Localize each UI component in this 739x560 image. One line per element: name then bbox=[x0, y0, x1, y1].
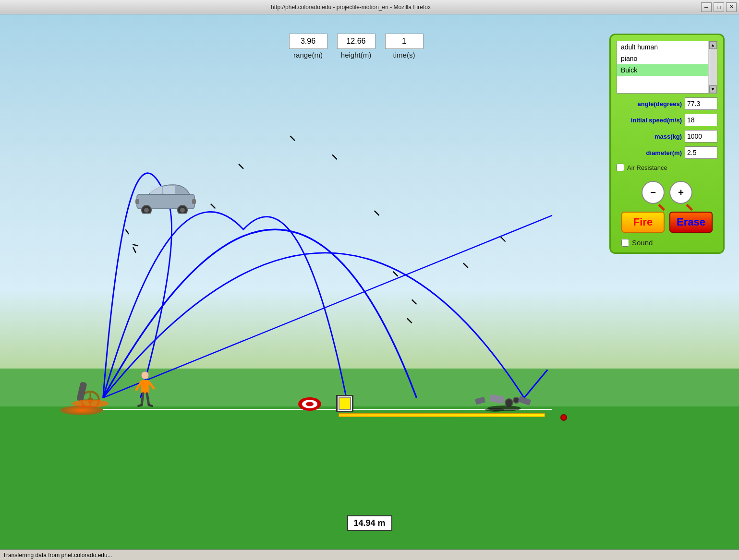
projectile-item-adult-human[interactable]: adult human bbox=[617, 41, 717, 53]
air-resistance-row: Air Resistance bbox=[617, 164, 717, 171]
browser-chrome: http://phet.colorado.edu - projectile-mo… bbox=[0, 0, 739, 14]
height-stat: height(m) bbox=[337, 34, 376, 59]
stats-panel: range(m) height(m) time(s) bbox=[289, 34, 424, 59]
projectile-item-piano[interactable]: piano bbox=[617, 53, 717, 64]
mass-row: mass(kg) bbox=[617, 130, 717, 143]
svg-rect-42 bbox=[489, 394, 505, 404]
zoom-in-button[interactable]: + bbox=[669, 181, 692, 204]
cannon-splash bbox=[60, 405, 103, 415]
scroll-down-button[interactable]: ▼ bbox=[709, 85, 717, 93]
range-label: range(m) bbox=[293, 51, 323, 59]
diameter-label: diameter(m) bbox=[646, 149, 682, 156]
range-input[interactable] bbox=[289, 34, 327, 49]
svg-rect-29 bbox=[192, 199, 196, 204]
zoom-in-handle bbox=[686, 204, 693, 211]
fire-button[interactable]: Fire bbox=[621, 212, 665, 233]
close-button[interactable]: ✕ bbox=[726, 2, 737, 12]
scroll-up-button[interactable]: ▲ bbox=[709, 41, 717, 49]
yellow-inner bbox=[339, 397, 351, 410]
projectile-list[interactable]: adult human piano Buick ▲ ▼ bbox=[617, 41, 717, 94]
angle-label: angle(degrees) bbox=[638, 100, 682, 107]
erase-button[interactable]: Erase bbox=[669, 212, 713, 233]
crash-debris bbox=[471, 388, 538, 412]
yellow-marker bbox=[336, 395, 353, 412]
time-stat: time(s) bbox=[385, 34, 424, 59]
status-bar: Transferring data from phet.colorado.edu… bbox=[0, 549, 739, 560]
svg-rect-28 bbox=[135, 199, 139, 204]
speed-input[interactable] bbox=[685, 114, 717, 126]
distance-label: 14.94 m bbox=[347, 515, 392, 531]
mass-input[interactable] bbox=[685, 130, 717, 143]
svg-line-32 bbox=[136, 382, 141, 390]
svg-line-37 bbox=[149, 405, 152, 406]
speed-label: initial speed(m/s) bbox=[631, 117, 682, 124]
svg-point-43 bbox=[505, 399, 513, 406]
bullseye bbox=[298, 397, 322, 411]
diameter-row: diameter(m) bbox=[617, 146, 717, 159]
time-input[interactable] bbox=[385, 34, 424, 49]
status-text: Transferring data from phet.colorado.edu… bbox=[3, 552, 112, 559]
speed-row: initial speed(m/s) bbox=[617, 114, 717, 126]
zoom-out-icon: − bbox=[650, 187, 656, 198]
time-label: time(s) bbox=[393, 51, 415, 59]
svg-line-33 bbox=[149, 382, 154, 388]
air-resistance-checkbox[interactable] bbox=[617, 164, 624, 171]
cannon bbox=[71, 369, 109, 407]
svg-line-34 bbox=[142, 393, 143, 405]
scroll-track[interactable] bbox=[710, 49, 716, 85]
measure-tape bbox=[339, 413, 545, 417]
height-label: height(m) bbox=[341, 51, 371, 59]
sound-row: Sound bbox=[617, 238, 717, 247]
zoom-row: − + bbox=[617, 181, 717, 204]
control-panel: adult human piano Buick ▲ ▼ angle(degree… bbox=[609, 34, 725, 254]
simulation-container: range(m) height(m) time(s) bbox=[0, 14, 739, 560]
svg-point-40 bbox=[306, 402, 314, 406]
minimize-button[interactable]: ─ bbox=[701, 2, 712, 12]
diameter-input[interactable] bbox=[685, 146, 717, 159]
svg-point-25 bbox=[144, 208, 149, 213]
list-scrollbar[interactable]: ▲ ▼ bbox=[708, 41, 717, 93]
zoom-out-handle bbox=[658, 204, 665, 211]
sound-label: Sound bbox=[632, 238, 653, 247]
zoom-out-button[interactable]: − bbox=[642, 181, 665, 204]
projectile-item-buick[interactable]: Buick bbox=[617, 64, 717, 76]
angle-input[interactable] bbox=[685, 97, 717, 110]
ground bbox=[0, 406, 739, 560]
range-stat: range(m) bbox=[289, 34, 327, 59]
measure-end bbox=[560, 414, 567, 421]
svg-rect-22 bbox=[150, 186, 162, 194]
svg-point-27 bbox=[180, 208, 185, 213]
angle-row: angle(degrees) bbox=[617, 97, 717, 110]
mass-label: mass(kg) bbox=[654, 133, 682, 140]
sound-checkbox[interactable] bbox=[621, 239, 629, 247]
svg-rect-41 bbox=[475, 397, 485, 405]
svg-point-30 bbox=[141, 371, 149, 379]
action-row: Fire Erase bbox=[617, 212, 717, 233]
car-projectile bbox=[134, 182, 197, 214]
zoom-in-icon: + bbox=[678, 187, 684, 198]
air-resistance-label: Air Resistance bbox=[627, 164, 667, 171]
svg-rect-23 bbox=[163, 186, 175, 194]
distance-value: 14.94 m bbox=[353, 518, 385, 528]
svg-point-47 bbox=[485, 408, 504, 412]
height-input[interactable] bbox=[337, 34, 376, 49]
human-figure bbox=[134, 371, 156, 412]
svg-rect-19 bbox=[76, 381, 87, 402]
svg-line-36 bbox=[138, 405, 142, 406]
svg-line-35 bbox=[147, 393, 149, 405]
maximize-button[interactable]: □ bbox=[714, 2, 724, 12]
svg-rect-45 bbox=[518, 396, 532, 405]
svg-point-44 bbox=[513, 397, 519, 403]
browser-title: http://phet.colorado.edu - projectile-mo… bbox=[2, 4, 699, 11]
